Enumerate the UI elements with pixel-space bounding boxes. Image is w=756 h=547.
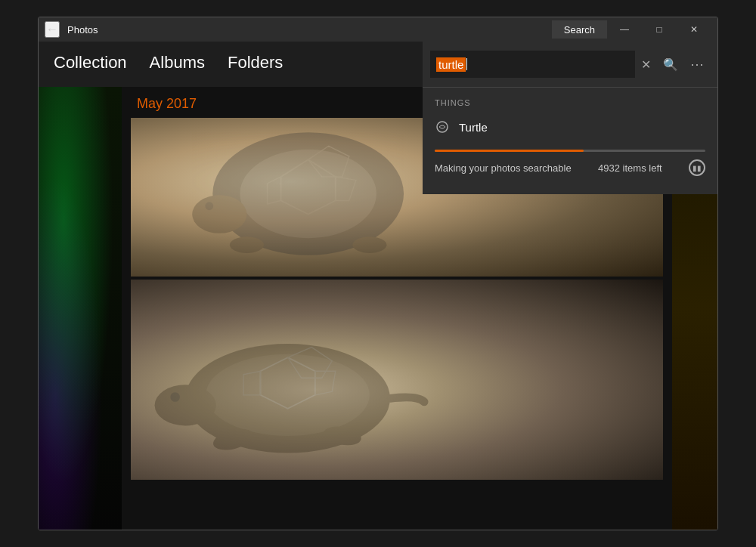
photo-turtle-bottom[interactable] [131,280,663,480]
app-window: ← Photos Search — □ ✕ Collection Albums … [38,17,718,530]
dropdown-item-turtle[interactable]: Turtle [423,113,717,141]
nav-collection[interactable]: Collection [54,53,127,76]
search-cursor [466,58,467,70]
search-query-highlight: turtle [436,57,466,72]
aurora-background [39,87,122,530]
search-clear-button[interactable]: ✕ [635,54,657,75]
search-more-button[interactable]: ⋯ [684,53,710,76]
progress-info: Making your photos searchable 4932 items… [435,159,705,176]
svg-point-17 [155,385,216,425]
items-left-text: 4932 items left [598,162,662,174]
search-area: turtle ✕ 🔍 ⋯ THINGS Turtle [423,42,717,194]
nav-bar: Collection Albums Folders turtle ✕ 🔍 ⋯ T… [39,42,717,87]
turtle-icon [435,119,450,134]
progress-area: Making your photos searchable 4932 items… [423,141,717,187]
svg-point-0 [437,122,448,132]
progress-bar-bg [435,150,705,152]
nav-albums[interactable]: Albums [150,53,205,76]
svg-point-2 [240,150,376,238]
nav-folders[interactable]: Folders [228,53,283,76]
title-bar: ← Photos Search — □ ✕ [39,17,717,42]
svg-point-9 [230,236,264,253]
dropdown-section-things: THINGS [423,95,717,113]
search-dropdown: THINGS Turtle Mak [423,87,717,194]
search-input-wrap[interactable]: turtle [430,51,635,78]
svg-point-12 [206,354,370,436]
svg-point-7 [192,195,246,233]
back-button[interactable]: ← [45,21,60,38]
turtle-pattern-2 [131,280,663,480]
maximize-button[interactable]: □ [642,17,677,42]
app-title: Photos [67,24,552,36]
dropdown-item-turtle-label: Turtle [459,121,488,134]
minimize-button[interactable]: — [607,17,642,42]
progress-text: Making your photos searchable [435,162,572,174]
search-icon-button[interactable]: 🔍 [657,54,684,75]
svg-point-18 [170,392,180,402]
photo-row-2[interactable] [122,280,672,480]
search-tab-button[interactable]: Search [552,20,607,39]
svg-point-8 [205,202,213,210]
progress-bar-fill [435,150,584,152]
svg-point-10 [352,236,386,253]
progress-pause-button[interactable]: ▮▮ [689,159,705,176]
search-box-row: turtle ✕ 🔍 ⋯ [423,42,717,87]
close-button[interactable]: ✕ [677,17,711,42]
